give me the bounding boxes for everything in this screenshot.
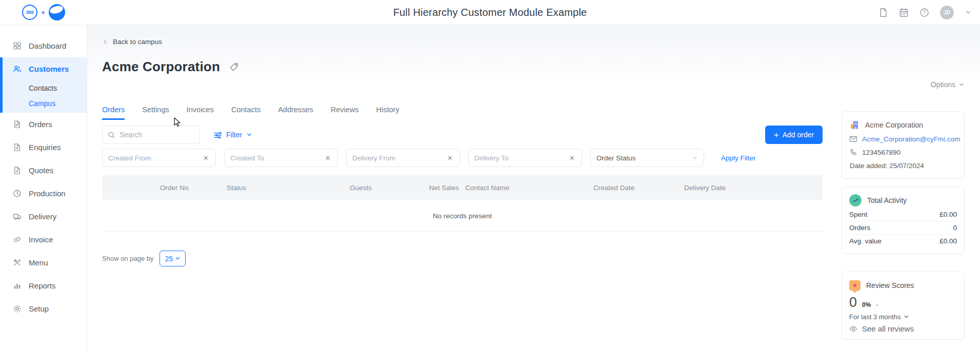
created-to-field[interactable]: ✕ <box>224 149 338 167</box>
options-label: Options <box>931 80 955 89</box>
review-score-dash: - <box>876 301 878 308</box>
sidebar-item-label: Production <box>29 189 66 198</box>
calendar-icon[interactable] <box>899 8 909 17</box>
activity-row-spent: Spent £0.00 <box>849 208 957 221</box>
tab-settings[interactable]: Settings <box>142 106 169 120</box>
customers-icon <box>13 65 22 73</box>
app-logo: 365 + <box>0 4 87 20</box>
activity-label: Orders <box>849 224 870 232</box>
page-size-select[interactable]: 25 <box>159 251 186 266</box>
review-period-dropdown[interactable]: For last 3 months <box>849 313 957 321</box>
clear-icon[interactable]: ✕ <box>202 153 210 163</box>
page-size-label: Show on page by <box>102 255 153 262</box>
activity-label: Avg. value <box>849 237 882 245</box>
chevron-down-icon[interactable] <box>965 9 972 16</box>
filter-button-label: Filter <box>226 131 242 139</box>
sidebar-item-label: Reports <box>29 281 56 290</box>
orders-table-header: Order No Status Guests Net Sales Contact… <box>102 175 823 200</box>
sidebar-item-contacts[interactable]: Contacts <box>3 80 87 96</box>
customer-name: Acme Corporation <box>865 121 923 129</box>
created-from-input[interactable] <box>108 154 202 162</box>
column-status: Status <box>221 184 338 192</box>
back-to-campus-link[interactable]: Back to campus <box>102 38 162 46</box>
customer-date-added: Date added: 25/07/2024 <box>850 162 924 170</box>
tab-orders[interactable]: Orders <box>102 106 125 120</box>
total-activity-card: Total Activity Spent £0.00 Orders 0 Avg.… <box>842 187 965 254</box>
sidebar-item-invoice[interactable]: Invoice <box>0 228 87 251</box>
tab-bar: Orders Settings Invoices Contacts Addres… <box>102 106 823 120</box>
tab-contacts[interactable]: Contacts <box>231 106 261 120</box>
help-icon[interactable]: ? <box>919 8 929 17</box>
sidebar-item-dashboard[interactable]: Dashboard <box>0 34 87 57</box>
tab-invoices[interactable]: Invoices <box>187 106 214 120</box>
dashboard-icon <box>13 42 22 50</box>
page-title: Acme Corporation <box>102 59 220 75</box>
sidebar-item-setup[interactable]: Setup <box>0 297 87 320</box>
delivery-from-input[interactable] <box>352 154 446 162</box>
order-status-select[interactable]: Order Status <box>590 149 704 167</box>
logo-plus-icon: + <box>41 9 45 16</box>
filter-row: ✕ ✕ ✕ ✕ Order Status Apply <box>102 149 823 167</box>
sidebar-item-label: Menu <box>29 258 48 267</box>
sidebar-item-reports[interactable]: Reports <box>0 274 87 297</box>
chevron-down-icon <box>246 132 252 138</box>
chevron-down-icon <box>904 314 909 320</box>
customer-phone[interactable]: 1234567890 <box>862 149 901 156</box>
tab-reviews[interactable]: Reviews <box>331 106 359 120</box>
activity-label: Spent <box>849 211 867 218</box>
delivery-to-input[interactable] <box>474 154 568 162</box>
add-order-button[interactable]: + Add order <box>765 126 823 144</box>
review-score-percent: 0% <box>862 301 871 308</box>
customer-info-card: Acme Corporation Acme_Corporation@cyFmi.… <box>842 111 965 179</box>
star-badge-icon: ★ <box>849 280 861 291</box>
chevron-down-icon <box>692 155 698 161</box>
column-guests: Guests <box>338 184 372 192</box>
order-status-label: Order Status <box>596 154 636 162</box>
clear-icon[interactable]: ✕ <box>324 153 332 163</box>
activity-value: 0 <box>953 224 957 232</box>
column-delivery-date: Delivery Date <box>677 184 823 192</box>
tag-icon[interactable] <box>229 62 239 72</box>
see-all-reviews-label: See all reviews <box>862 324 914 333</box>
search-box[interactable] <box>102 126 200 144</box>
search-icon <box>108 131 115 139</box>
activity-value: £0.00 <box>939 237 957 245</box>
sidebar-item-label: Campus <box>29 99 55 108</box>
see-all-reviews-link[interactable]: See all reviews <box>849 324 957 333</box>
review-card-title: Review Scores <box>866 281 914 289</box>
document-icon[interactable] <box>878 8 888 17</box>
filter-button[interactable]: Filter <box>213 131 252 139</box>
apply-filter-link[interactable]: Apply Filter <box>721 154 756 162</box>
sidebar-item-customers[interactable]: Customers <box>3 57 87 80</box>
tab-addresses[interactable]: Addresses <box>278 106 313 120</box>
sidebar-group-customers: Customers Contacts Campus <box>0 57 87 113</box>
review-scores-card: ★ Review Scores 0 0% - For last 3 months… <box>842 272 965 340</box>
options-dropdown[interactable]: Options <box>842 79 965 90</box>
sidebar-item-delivery[interactable]: Delivery <box>0 205 87 228</box>
sidebar-item-production[interactable]: Production <box>0 182 87 205</box>
sidebar-item-quotes[interactable]: Quotes <box>0 159 87 182</box>
delivery-from-field[interactable]: ✕ <box>346 149 460 167</box>
created-from-field[interactable]: ✕ <box>102 149 216 167</box>
sidebar-item-label: Delivery <box>29 212 56 221</box>
review-period-label: For last 3 months <box>849 313 901 321</box>
search-input[interactable] <box>119 131 186 139</box>
file-plus-icon <box>13 143 22 152</box>
truck-icon <box>13 212 22 221</box>
sidebar-item-orders[interactable]: Orders <box>0 113 87 136</box>
sidebar-item-menu[interactable]: Menu <box>0 251 87 274</box>
clear-icon[interactable]: ✕ <box>446 153 454 163</box>
delivery-to-field[interactable]: ✕ <box>468 149 582 167</box>
clear-icon[interactable]: ✕ <box>568 153 576 163</box>
plus-icon: + <box>774 131 779 139</box>
sidebar-item-campus[interactable]: Campus <box>3 96 87 111</box>
customer-email-link[interactable]: Acme_Corporation@cyFmi.com <box>862 135 961 143</box>
sidebar-item-label: Quotes <box>29 166 53 175</box>
trend-up-icon <box>849 194 862 206</box>
tab-history[interactable]: History <box>376 106 399 120</box>
sliders-icon <box>213 131 222 139</box>
user-avatar[interactable]: JD <box>940 6 954 19</box>
created-to-input[interactable] <box>230 154 324 162</box>
sidebar-item-enquiries[interactable]: Enquiries <box>0 136 87 159</box>
sidebar-item-label: Dashboard <box>29 42 66 50</box>
